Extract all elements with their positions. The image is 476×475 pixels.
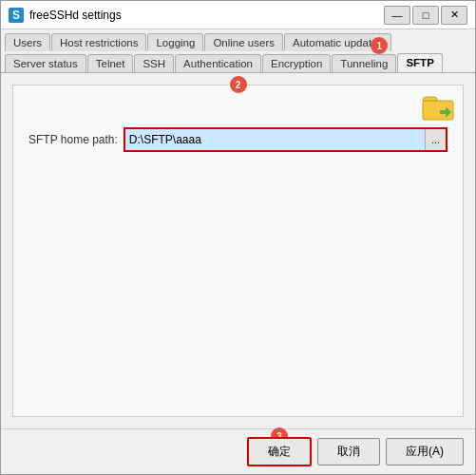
main-content: 2 SFTP home path: ... [1,73,475,428]
tab-container: Users Host restrictions Logging Online u… [1,29,475,73]
confirm-btn-wrap: 3 确定 [247,437,312,466]
tab-authentication[interactable]: Authentication [175,54,261,72]
confirm-button[interactable]: 确定 [247,437,312,466]
cancel-button[interactable]: 取消 [317,438,380,466]
app-icon: S [9,8,24,23]
tab-automatic-updates[interactable]: Automatic updates 1 [284,33,391,51]
tab-sftp[interactable]: SFTP [397,53,442,72]
title-bar: S freeSSHd settings — □ ✕ [1,1,475,29]
tab-users[interactable]: Users [5,33,50,51]
window-controls: — □ ✕ [384,6,467,25]
badge-2: 2 [230,76,247,93]
folder-icon-area[interactable] [421,93,455,126]
tab-online-users[interactable]: Online users [204,33,283,51]
tab-row-2: Server status Telnet SSH Authentication … [1,51,475,72]
tab-encryption[interactable]: Encryption [262,54,331,72]
apply-button[interactable]: 应用(A) [386,438,464,466]
tab-telnet[interactable]: Telnet [87,54,134,72]
tab-server-status[interactable]: Server status [5,54,86,72]
window-title: freeSSHd settings [29,9,384,22]
close-button[interactable]: ✕ [441,6,467,25]
sftp-label: SFTP home path: [29,133,118,146]
tab-tunneling[interactable]: Tunneling [332,54,396,72]
tab-logging[interactable]: Logging [147,33,203,51]
main-window: S freeSSHd settings — □ ✕ Users Host res… [0,0,476,475]
minimize-button[interactable]: — [384,6,410,25]
tab-row-1: Users Host restrictions Logging Online u… [1,29,475,51]
tab-ssh[interactable]: SSH [134,54,174,72]
sftp-browse-button[interactable]: ... [425,129,446,150]
content-panel: 2 SFTP home path: ... [12,85,464,417]
sftp-home-path-input[interactable] [125,129,425,150]
maximize-button[interactable]: □ [412,6,439,25]
tab-host-restrictions[interactable]: Host restrictions [51,33,146,51]
folder-icon [421,93,455,124]
bottom-bar: 3 确定 取消 应用(A) [1,428,475,474]
sftp-home-path-row: SFTP home path: ... [29,127,447,152]
sftp-input-wrap: ... [124,127,447,152]
